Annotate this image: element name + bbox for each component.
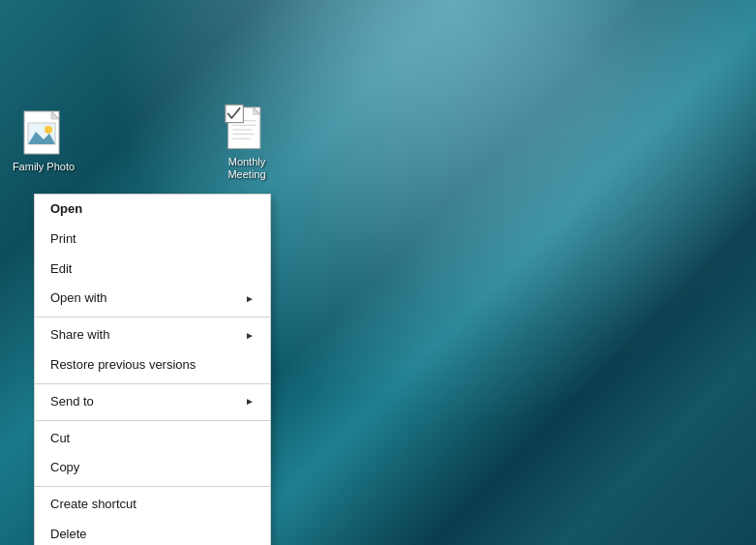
open-with-arrow-icon: ► bbox=[245, 291, 255, 307]
context-menu-cut[interactable]: Cut bbox=[35, 424, 270, 454]
monthly-meeting-label: MonthlyMeeting bbox=[227, 156, 265, 181]
send-to-arrow-icon: ► bbox=[245, 394, 255, 409]
context-menu-create-shortcut[interactable]: Create shortcut bbox=[35, 490, 270, 520]
svg-point-5 bbox=[45, 126, 52, 134]
separator-3 bbox=[35, 420, 270, 421]
context-menu-share-with[interactable]: Share with ► bbox=[35, 320, 270, 350]
context-menu-print[interactable]: Print bbox=[35, 225, 270, 255]
family-photo-icon-image bbox=[20, 111, 67, 158]
desktop-icon-monthly-meeting[interactable]: MonthlyMeeting bbox=[208, 106, 286, 181]
context-menu-delete[interactable]: Delete bbox=[35, 520, 270, 545]
context-menu-open[interactable]: Open bbox=[35, 195, 270, 225]
monthly-meeting-icon-image bbox=[224, 106, 270, 153]
desktop: Family Photo Monthly bbox=[0, 0, 756, 545]
separator-1 bbox=[35, 317, 270, 318]
context-menu-copy[interactable]: Copy bbox=[35, 453, 270, 483]
context-menu-send-to[interactable]: Send to ► bbox=[35, 387, 270, 417]
desktop-icon-family-photo[interactable]: Family Photo bbox=[5, 111, 82, 173]
family-photo-label: Family Photo bbox=[13, 161, 75, 173]
context-menu-edit[interactable]: Edit bbox=[35, 255, 270, 285]
context-menu: Open Print Edit Open with ► Share with ►… bbox=[34, 194, 271, 545]
context-menu-open-with[interactable]: Open with ► bbox=[35, 284, 270, 314]
separator-4 bbox=[35, 486, 270, 487]
share-with-arrow-icon: ► bbox=[245, 328, 255, 344]
context-menu-restore-previous-versions[interactable]: Restore previous versions bbox=[35, 350, 270, 380]
separator-2 bbox=[35, 383, 270, 384]
